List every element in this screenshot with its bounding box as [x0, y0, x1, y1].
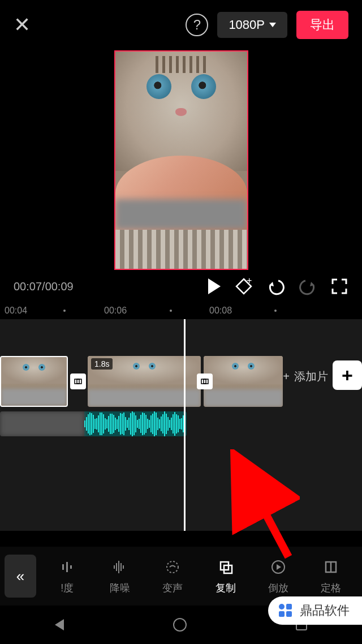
- playhead[interactable]: [184, 319, 186, 531]
- annotation-arrow: [215, 449, 300, 563]
- redo-button[interactable]: [299, 277, 317, 295]
- help-button[interactable]: ?: [186, 14, 208, 36]
- duration-badge: 1.8s: [91, 358, 113, 370]
- svg-rect-8: [70, 565, 72, 569]
- timeline[interactable]: 1.8s + 添加片 +: [0, 319, 362, 531]
- tool-reverse[interactable]: 倒放: [252, 557, 304, 595]
- svg-rect-6: [62, 564, 64, 570]
- svg-point-20: [279, 604, 285, 609]
- keyframe-button[interactable]: +: [234, 277, 253, 296]
- collapse-button[interactable]: «: [5, 555, 36, 598]
- chevron-down-icon: [269, 23, 276, 27]
- svg-rect-23: [286, 611, 292, 617]
- noise-icon: [110, 557, 130, 577]
- tool-speed[interactable]: !度: [41, 557, 93, 595]
- audio-track[interactable]: [0, 411, 187, 436]
- watermark: 鼎品软件: [268, 596, 362, 625]
- export-button[interactable]: 导出: [296, 11, 348, 39]
- clip-1[interactable]: [0, 356, 68, 407]
- svg-rect-12: [120, 563, 122, 571]
- undo-button[interactable]: [267, 277, 285, 295]
- resolution-label: 1080P: [229, 18, 265, 32]
- freeze-icon: [321, 557, 341, 577]
- add-clip-label: + 添加片: [283, 369, 328, 384]
- waveform: [84, 411, 187, 436]
- close-button[interactable]: ✕: [14, 13, 31, 37]
- svg-point-14: [167, 561, 178, 573]
- add-clip-button[interactable]: +: [333, 360, 362, 390]
- transition-2[interactable]: [197, 373, 213, 389]
- fullscreen-button[interactable]: [330, 277, 348, 295]
- play-button[interactable]: [208, 278, 221, 294]
- resolution-dropdown[interactable]: 1080P: [217, 12, 287, 38]
- svg-rect-13: [123, 565, 124, 569]
- svg-text:+: +: [247, 277, 252, 285]
- svg-line-5: [238, 461, 288, 557]
- voice-icon: [163, 557, 182, 577]
- watermark-logo: [276, 601, 295, 620]
- timecode: 00:07/00:09: [14, 280, 74, 293]
- tool-freeze[interactable]: 定格: [305, 557, 357, 595]
- speed-icon: [58, 557, 77, 577]
- tool-noise[interactable]: 降噪: [93, 557, 146, 595]
- svg-rect-10: [116, 563, 117, 571]
- transition-1[interactable]: [70, 373, 86, 389]
- tool-copy[interactable]: 复制: [199, 557, 252, 595]
- time-ruler[interactable]: 00:04 00:06 00:08: [0, 302, 362, 319]
- nav-home[interactable]: [173, 618, 187, 632]
- svg-rect-21: [286, 604, 292, 609]
- svg-rect-7: [66, 562, 68, 572]
- clip-3[interactable]: [204, 356, 283, 407]
- svg-rect-9: [114, 565, 115, 569]
- svg-rect-11: [118, 561, 119, 573]
- tool-voice[interactable]: 变声: [146, 557, 199, 595]
- nav-back[interactable]: [55, 619, 64, 630]
- svg-rect-22: [279, 611, 285, 617]
- video-preview[interactable]: [0, 50, 362, 271]
